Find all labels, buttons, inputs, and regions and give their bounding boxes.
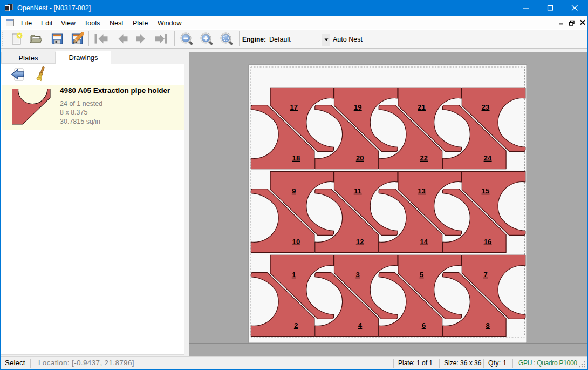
svg-text:23: 23 — [482, 103, 489, 111]
svg-text:18: 18 — [292, 154, 300, 162]
svg-text:11: 11 — [354, 187, 361, 195]
svg-text:6: 6 — [422, 321, 426, 329]
svg-text:3: 3 — [356, 271, 360, 279]
svg-text:24: 24 — [484, 154, 492, 162]
svg-text:5: 5 — [420, 271, 423, 279]
svg-text:14: 14 — [420, 238, 428, 246]
svg-text:10: 10 — [292, 238, 300, 246]
svg-text:8: 8 — [486, 321, 489, 329]
svg-text:1: 1 — [292, 271, 296, 279]
svg-text:4: 4 — [358, 321, 363, 329]
svg-text:19: 19 — [354, 103, 361, 111]
svg-text:21: 21 — [418, 103, 425, 111]
svg-text:20: 20 — [356, 154, 364, 162]
svg-text:22: 22 — [420, 154, 427, 162]
svg-text:7: 7 — [483, 271, 487, 279]
svg-text:12: 12 — [356, 238, 364, 246]
svg-text:9: 9 — [292, 187, 296, 195]
svg-text:2: 2 — [294, 321, 298, 329]
svg-text:16: 16 — [484, 238, 491, 246]
svg-text:17: 17 — [290, 103, 298, 111]
svg-text:13: 13 — [418, 187, 425, 195]
svg-text:15: 15 — [482, 187, 489, 195]
